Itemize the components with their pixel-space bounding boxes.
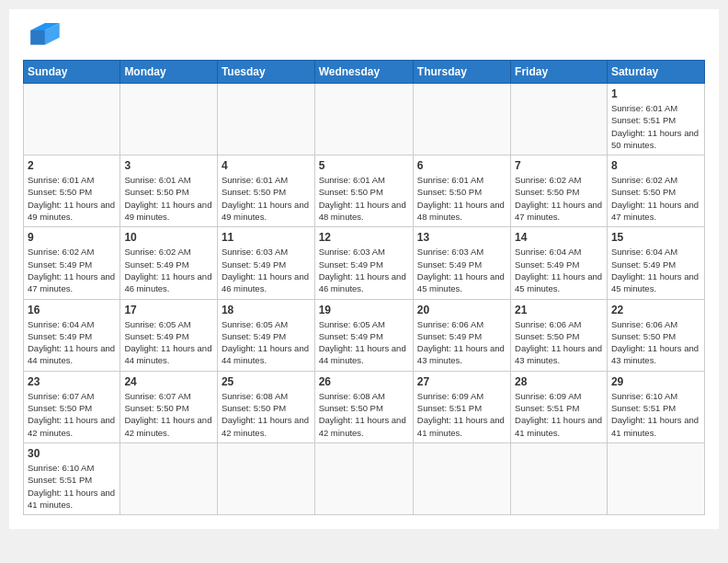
day-number: 23 [28, 375, 116, 388]
calendar-cell: 11Sunrise: 6:03 AM Sunset: 5:49 PM Dayli… [217, 227, 314, 299]
day-number: 12 [319, 231, 409, 244]
day-info: Sunrise: 6:08 AM Sunset: 5:50 PM Dayligh… [222, 390, 311, 439]
logo-icon [23, 23, 60, 51]
calendar-cell: 16Sunrise: 6:04 AM Sunset: 5:49 PM Dayli… [24, 299, 120, 371]
weekday-header: Thursday [413, 61, 510, 84]
calendar-cell: 17Sunrise: 6:05 AM Sunset: 5:49 PM Dayli… [120, 299, 218, 371]
calendar-header: SundayMondayTuesdayWednesdayThursdayFrid… [24, 61, 705, 84]
day-info: Sunrise: 6:01 AM Sunset: 5:50 PM Dayligh… [319, 174, 409, 223]
day-number: 1 [611, 87, 700, 100]
day-number: 18 [222, 304, 311, 316]
day-number: 8 [611, 159, 700, 172]
day-info: Sunrise: 6:04 AM Sunset: 5:49 PM Dayligh… [28, 318, 116, 367]
calendar-cell [120, 442, 218, 514]
calendar-cell: 9Sunrise: 6:02 AM Sunset: 5:49 PM Daylig… [24, 227, 120, 299]
calendar-cell [24, 84, 120, 155]
calendar-cell: 14Sunrise: 6:04 AM Sunset: 5:49 PM Dayli… [511, 227, 608, 299]
calendar-cell: 6Sunrise: 6:01 AM Sunset: 5:50 PM Daylig… [413, 155, 510, 227]
day-info: Sunrise: 6:07 AM Sunset: 5:50 PM Dayligh… [124, 390, 213, 439]
logo [23, 23, 65, 51]
day-number: 27 [417, 375, 506, 388]
calendar-cell: 19Sunrise: 6:05 AM Sunset: 5:49 PM Dayli… [314, 299, 413, 371]
day-info: Sunrise: 6:08 AM Sunset: 5:50 PM Dayligh… [319, 390, 409, 439]
day-number: 6 [417, 159, 506, 172]
calendar-cell [217, 442, 314, 514]
calendar-week-row: 23Sunrise: 6:07 AM Sunset: 5:50 PM Dayli… [24, 371, 705, 442]
day-info: Sunrise: 6:03 AM Sunset: 5:49 PM Dayligh… [319, 246, 409, 294]
day-info: Sunrise: 6:03 AM Sunset: 5:49 PM Dayligh… [222, 246, 311, 294]
day-info: Sunrise: 6:02 AM Sunset: 5:49 PM Dayligh… [28, 246, 116, 294]
day-number: 28 [515, 375, 603, 388]
day-info: Sunrise: 6:02 AM Sunset: 5:50 PM Dayligh… [611, 174, 700, 223]
calendar-week-row: 30Sunrise: 6:10 AM Sunset: 5:51 PM Dayli… [24, 442, 705, 514]
weekday-header: Sunday [24, 61, 120, 84]
day-number: 19 [319, 304, 409, 316]
day-number: 17 [124, 304, 213, 316]
calendar-cell: 26Sunrise: 6:08 AM Sunset: 5:50 PM Dayli… [314, 371, 413, 442]
day-info: Sunrise: 6:01 AM Sunset: 5:51 PM Dayligh… [611, 102, 700, 151]
day-info: Sunrise: 6:02 AM Sunset: 5:50 PM Dayligh… [515, 174, 603, 223]
day-number: 29 [611, 375, 700, 388]
calendar-cell: 27Sunrise: 6:09 AM Sunset: 5:51 PM Dayli… [413, 371, 510, 442]
calendar-cell [607, 442, 704, 514]
weekday-header: Tuesday [217, 61, 314, 84]
day-info: Sunrise: 6:01 AM Sunset: 5:50 PM Dayligh… [28, 174, 116, 223]
calendar-cell [413, 442, 510, 514]
calendar-week-row: 16Sunrise: 6:04 AM Sunset: 5:49 PM Dayli… [24, 299, 705, 371]
day-number: 3 [124, 159, 213, 172]
weekday-header: Friday [511, 61, 608, 84]
day-number: 13 [417, 231, 506, 244]
svg-marker-1 [30, 30, 45, 45]
calendar-cell: 20Sunrise: 6:06 AM Sunset: 5:49 PM Dayli… [413, 299, 510, 371]
calendar-cell: 22Sunrise: 6:06 AM Sunset: 5:50 PM Dayli… [607, 299, 704, 371]
calendar-cell: 30Sunrise: 6:10 AM Sunset: 5:51 PM Dayli… [24, 442, 120, 514]
day-number: 7 [515, 159, 603, 172]
day-info: Sunrise: 6:06 AM Sunset: 5:50 PM Dayligh… [515, 318, 603, 367]
calendar-cell: 25Sunrise: 6:08 AM Sunset: 5:50 PM Dayli… [217, 371, 314, 442]
weekday-header: Saturday [607, 61, 704, 84]
day-info: Sunrise: 6:07 AM Sunset: 5:50 PM Dayligh… [28, 390, 116, 439]
calendar: SundayMondayTuesdayWednesdayThursdayFrid… [23, 60, 705, 515]
calendar-week-row: 1Sunrise: 6:01 AM Sunset: 5:51 PM Daylig… [24, 84, 705, 155]
day-number: 9 [28, 231, 116, 244]
calendar-cell: 1Sunrise: 6:01 AM Sunset: 5:51 PM Daylig… [607, 84, 704, 155]
day-number: 30 [28, 447, 116, 460]
calendar-cell: 13Sunrise: 6:03 AM Sunset: 5:49 PM Dayli… [413, 227, 510, 299]
day-info: Sunrise: 6:10 AM Sunset: 5:51 PM Dayligh… [611, 390, 700, 439]
calendar-cell [217, 84, 314, 155]
day-number: 25 [222, 375, 311, 388]
calendar-cell: 15Sunrise: 6:04 AM Sunset: 5:49 PM Dayli… [607, 227, 704, 299]
day-info: Sunrise: 6:01 AM Sunset: 5:50 PM Dayligh… [124, 174, 213, 223]
day-number: 5 [319, 159, 409, 172]
day-number: 14 [515, 231, 603, 244]
calendar-cell: 2Sunrise: 6:01 AM Sunset: 5:50 PM Daylig… [24, 155, 120, 227]
day-info: Sunrise: 6:05 AM Sunset: 5:49 PM Dayligh… [124, 318, 213, 367]
calendar-cell [413, 84, 510, 155]
day-info: Sunrise: 6:01 AM Sunset: 5:50 PM Dayligh… [222, 174, 311, 223]
calendar-cell: 8Sunrise: 6:02 AM Sunset: 5:50 PM Daylig… [607, 155, 704, 227]
day-number: 11 [222, 231, 311, 244]
day-info: Sunrise: 6:04 AM Sunset: 5:49 PM Dayligh… [611, 246, 700, 294]
calendar-cell: 12Sunrise: 6:03 AM Sunset: 5:49 PM Dayli… [314, 227, 413, 299]
header [23, 23, 705, 51]
weekday-header: Monday [120, 61, 218, 84]
calendar-cell: 5Sunrise: 6:01 AM Sunset: 5:50 PM Daylig… [314, 155, 413, 227]
day-number: 22 [611, 304, 700, 316]
day-info: Sunrise: 6:06 AM Sunset: 5:50 PM Dayligh… [611, 318, 700, 367]
calendar-week-row: 9Sunrise: 6:02 AM Sunset: 5:49 PM Daylig… [24, 227, 705, 299]
calendar-cell: 23Sunrise: 6:07 AM Sunset: 5:50 PM Dayli… [24, 371, 120, 442]
day-number: 10 [124, 231, 213, 244]
calendar-cell: 28Sunrise: 6:09 AM Sunset: 5:51 PM Dayli… [511, 371, 608, 442]
day-info: Sunrise: 6:02 AM Sunset: 5:49 PM Dayligh… [124, 246, 213, 294]
calendar-cell [511, 84, 608, 155]
day-info: Sunrise: 6:05 AM Sunset: 5:49 PM Dayligh… [222, 318, 311, 367]
day-info: Sunrise: 6:04 AM Sunset: 5:49 PM Dayligh… [515, 246, 603, 294]
day-number: 26 [319, 375, 409, 388]
calendar-cell [120, 84, 218, 155]
calendar-cell: 24Sunrise: 6:07 AM Sunset: 5:50 PM Dayli… [120, 371, 218, 442]
calendar-cell [314, 442, 413, 514]
day-number: 20 [417, 304, 506, 316]
calendar-cell [314, 84, 413, 155]
weekday-header: Wednesday [314, 61, 413, 84]
calendar-cell: 21Sunrise: 6:06 AM Sunset: 5:50 PM Dayli… [511, 299, 608, 371]
